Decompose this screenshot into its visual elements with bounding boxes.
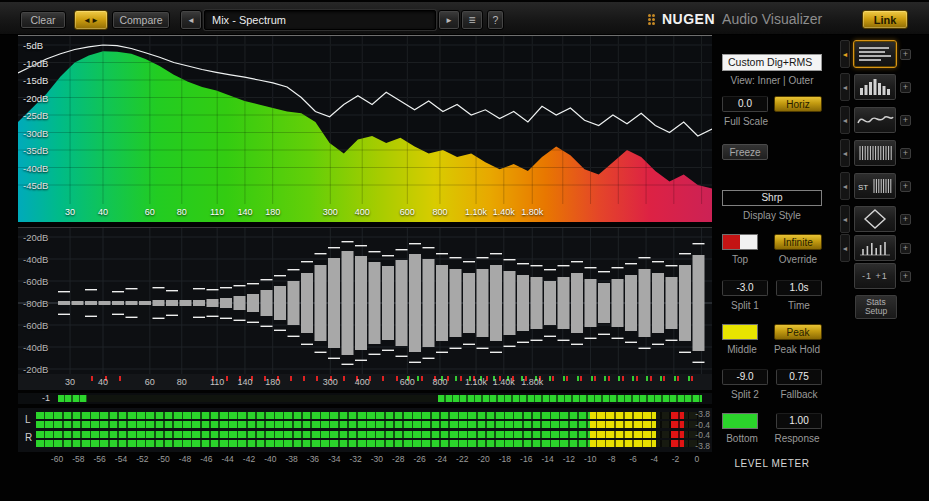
scale-label: -38	[285, 454, 297, 464]
level-tick	[604, 376, 606, 381]
preset-display[interactable]: Mix - Spectrum	[204, 10, 436, 30]
split1-field[interactable]: -3.0	[722, 280, 768, 296]
bargraph-plot	[18, 228, 712, 374]
clip-tick	[663, 376, 665, 381]
module-button-spectrum-curve[interactable]	[853, 106, 897, 134]
freq-label: 1.40k	[493, 207, 515, 217]
meter-stripe	[36, 431, 700, 438]
history-icon	[855, 237, 895, 259]
level-tick	[577, 376, 579, 381]
module-add-button[interactable]: +	[900, 271, 911, 282]
module-button-bargraph[interactable]	[853, 73, 897, 101]
bottom-label: Bottom	[722, 433, 762, 444]
freq-label: 180	[265, 207, 280, 217]
module-row-level-lines: ◄+	[840, 40, 911, 68]
scale-label: -24	[435, 454, 447, 464]
freq-label: 30	[65, 377, 75, 387]
module-collapse-arrow[interactable]: ◄	[840, 172, 850, 200]
freq-label: 30	[65, 207, 75, 217]
infinite-button[interactable]: Infinite	[774, 234, 822, 250]
db-label: -20dB	[23, 232, 48, 243]
freeze-button[interactable]: Freeze	[722, 144, 768, 160]
freq-label: 800	[432, 377, 447, 387]
module-add-button[interactable]: +	[900, 148, 911, 159]
readout-value: -3.8	[680, 441, 710, 452]
clip-tick	[396, 376, 398, 381]
scale-label: -12	[563, 454, 575, 464]
ab-compare-button[interactable]: ◄►	[74, 10, 108, 30]
readout-value: -0.4	[680, 430, 710, 441]
analysis-mode-select[interactable]: Custom Dig+RMS	[722, 54, 822, 71]
freq-label: 40	[98, 207, 108, 217]
module-add-button[interactable]: +	[900, 243, 911, 254]
prev-preset-button[interactable]: ◄	[180, 10, 202, 30]
horiz-button[interactable]: Horiz	[774, 96, 822, 112]
module-button-stereo-spectrogram[interactable]: ST	[853, 172, 897, 200]
clip-tick	[460, 376, 462, 381]
scale-label: -34	[328, 454, 340, 464]
module-collapse-arrow[interactable]: ◄	[840, 106, 850, 134]
bottom-color-swatch[interactable]	[722, 413, 758, 429]
module-add-button[interactable]: +	[900, 49, 911, 60]
module-collapse-arrow[interactable]: ◄	[840, 73, 850, 101]
module-button-correlation[interactable]: -1 +1	[853, 262, 897, 290]
help-button[interactable]: ?	[487, 10, 504, 30]
freq-label: 1.10k	[465, 207, 487, 217]
brand-logo: NUGEN Audio Visualizer	[648, 9, 822, 29]
scale-label: -46	[200, 454, 212, 464]
top-color-swatch[interactable]	[722, 234, 758, 250]
scale-label: -50	[157, 454, 169, 464]
module-collapse-arrow[interactable]: ◄	[840, 139, 850, 167]
peak-hold-button[interactable]: Peak	[774, 324, 822, 340]
display-style-select[interactable]: Shrp	[722, 190, 822, 206]
split2-field[interactable]: -9.0	[722, 369, 768, 385]
link-button[interactable]: Link	[862, 10, 908, 29]
peak-readouts: -3.8 -0.4 -0.4 -3.8	[680, 409, 710, 451]
module-collapse-arrow[interactable]: ◄	[840, 40, 850, 68]
scale-label: -22	[456, 454, 468, 464]
db-label: -20dB	[23, 93, 48, 104]
module-add-button[interactable]: +	[900, 181, 911, 192]
scale-label: -52	[136, 454, 148, 464]
module-add-button[interactable]: +	[900, 214, 911, 225]
module-add-button[interactable]: +	[900, 115, 911, 126]
corr-green-segment	[438, 395, 702, 402]
preset-list-button[interactable]: ≡	[461, 10, 483, 30]
freq-label: 80	[177, 207, 187, 217]
scale-label: -58	[72, 454, 84, 464]
scale-label: 0	[695, 454, 700, 464]
stats-setup-button[interactable]: Stats Setup	[854, 294, 898, 320]
curve-icon	[855, 109, 895, 131]
play-button[interactable]: ►	[438, 10, 460, 30]
clear-button[interactable]: Clear	[20, 11, 66, 29]
response-field[interactable]: 1.00	[776, 413, 822, 429]
scale-label: -18	[499, 454, 511, 464]
bargraph-panel: -20dB-40dB-60dB-80dB-60dB-40dB-20dB 3040…	[18, 228, 712, 390]
freq-label: 40	[98, 377, 108, 387]
db-label: -30dB	[23, 128, 48, 139]
module-row-spectrogram: ◄+	[840, 139, 911, 167]
middle-color-swatch[interactable]	[722, 324, 758, 340]
response-label: Response	[770, 433, 824, 444]
full-scale-field[interactable]: 0.0	[722, 96, 768, 112]
module-collapse-arrow[interactable]: ◄	[840, 234, 850, 262]
channel-left-label: L	[25, 414, 31, 425]
clip-tick	[290, 376, 292, 381]
module-button-level-lines[interactable]	[853, 40, 897, 68]
fallback-field[interactable]: 0.75	[776, 369, 822, 385]
time-field[interactable]: 1.0s	[776, 280, 822, 296]
module-button-spectrogram[interactable]	[853, 139, 897, 167]
brand-suffix: Audio Visualizer	[722, 11, 822, 27]
level-tick	[632, 376, 634, 381]
scale-label: -60	[51, 454, 63, 464]
scale-label: -42	[243, 454, 255, 464]
module-button-vectorscope[interactable]	[853, 205, 897, 233]
bargraph-frequency-scale: 304060801101401803004006008001.10k1.40k1…	[18, 374, 712, 390]
freq-label: 400	[355, 207, 370, 217]
clip-tick	[119, 376, 121, 381]
module-button-meter-history[interactable]	[853, 234, 897, 262]
compare-button[interactable]: Compare	[112, 11, 170, 29]
module-collapse-arrow[interactable]: ◄	[840, 205, 850, 233]
scale-label: -8	[608, 454, 616, 464]
module-add-button[interactable]: +	[900, 82, 911, 93]
